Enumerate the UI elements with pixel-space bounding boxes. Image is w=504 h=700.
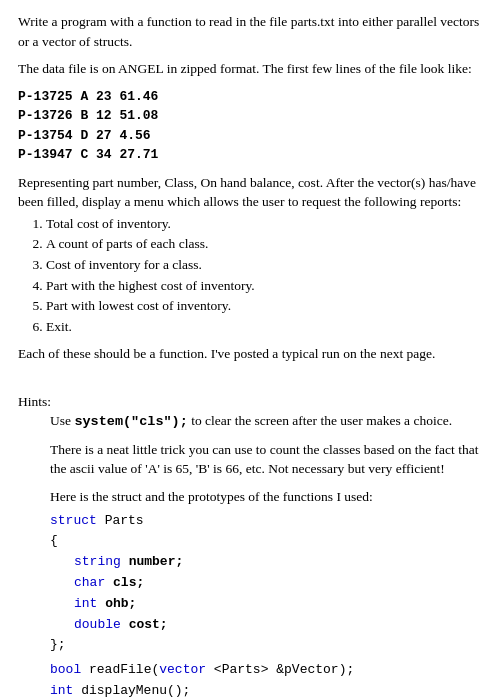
code-line-2: P-13726 B 12 51.08 (18, 106, 486, 126)
struct-field-2: char cls; (74, 573, 486, 594)
proto-displayMenu: int displayMenu(); (50, 681, 486, 700)
struct-field-3: int ohb; (74, 594, 486, 615)
struct-definition: struct Parts { string number; char cls; … (50, 511, 486, 657)
struct-header: struct Parts (50, 511, 486, 532)
after-code-text: Representing part number, Class, On hand… (18, 173, 486, 212)
intro-line1: Write a program with a function to read … (18, 12, 486, 51)
menu-item-2: A count of parts of each class. (46, 234, 486, 254)
struct-name: Parts (105, 513, 144, 528)
menu-item-5: Part with lowest cost of inventory. (46, 296, 486, 316)
hint1-pre: Use (50, 413, 74, 428)
proto-readFile: bool readFile(vector <Parts> &pVector); (50, 660, 486, 681)
struct-brace-close: }; (50, 635, 486, 656)
struct-brace-open: { (50, 531, 486, 552)
menu-list: Total cost of inventory. A count of part… (46, 214, 486, 336)
menu-item-1: Total cost of inventory. (46, 214, 486, 234)
hint2: There is a neat little trick you can use… (50, 440, 486, 479)
code-line-3: P-13754 D 27 4.56 (18, 126, 486, 146)
page-content: Write a program with a function to read … (18, 12, 486, 700)
menu-item-6: Exit. (46, 317, 486, 337)
menu-item-3: Cost of inventory for a class. (46, 255, 486, 275)
code-block: P-13725 A 23 61.46 P-13726 B 12 51.08 P-… (18, 87, 486, 165)
hints-label: Hints: (18, 392, 486, 412)
struct-field-4: double cost; (74, 615, 486, 636)
code-line-1: P-13725 A 23 61.46 (18, 87, 486, 107)
each-function-text: Each of these should be a function. I've… (18, 344, 486, 364)
hint1-post: to clear the screen after the user makes… (188, 413, 452, 428)
code-line-4: P-13947 C 34 27.71 (18, 145, 486, 165)
menu-item-4: Part with the highest cost of inventory. (46, 276, 486, 296)
prototypes: bool readFile(vector <Parts> &pVector); … (50, 660, 486, 700)
hint1-code: system("cls"); (74, 414, 187, 429)
intro-line2: The data file is on ANGEL in zipped form… (18, 59, 486, 79)
hint3: Here is the struct and the prototypes of… (50, 487, 486, 507)
struct-keyword: struct (50, 513, 97, 528)
struct-field-1: string number; (74, 552, 486, 573)
hint1: Use system("cls"); to clear the screen a… (50, 411, 486, 432)
